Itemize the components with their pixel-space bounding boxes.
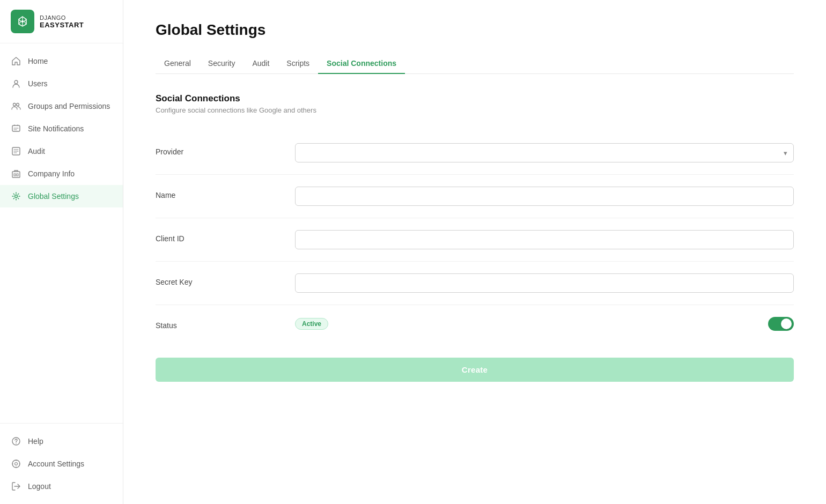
- provider-select-wrap: Google GitHub Facebook ▾: [295, 143, 794, 162]
- section-title: Social Connections: [156, 93, 794, 104]
- sidebar-item-help[interactable]: Help: [0, 430, 123, 453]
- logo-icon: [11, 10, 34, 33]
- sidebar-item-company[interactable]: Company Info: [0, 162, 123, 185]
- status-badge: Active: [295, 318, 328, 330]
- client-id-control: [295, 230, 794, 249]
- global-settings-icon: [11, 191, 21, 202]
- secret-key-input[interactable]: [295, 273, 794, 293]
- sidebar-item-notifications[interactable]: Site Notifications: [0, 117, 123, 140]
- svg-point-10: [15, 463, 18, 465]
- sidebar-item-company-label: Company Info: [28, 169, 75, 178]
- sidebar-item-home-label: Home: [28, 57, 48, 65]
- tab-audit[interactable]: Audit: [244, 54, 278, 74]
- provider-label: Provider: [156, 143, 274, 156]
- sidebar-item-groups-label: Groups and Permissions: [28, 102, 110, 110]
- form-row-client-id: Client ID: [156, 218, 794, 262]
- sidebar-item-help-label: Help: [28, 437, 43, 446]
- sidebar-item-logout-label: Logout: [28, 482, 51, 491]
- tab-social-connections[interactable]: Social Connections: [318, 54, 405, 74]
- client-id-label: Client ID: [156, 230, 274, 243]
- status-label: Status: [156, 317, 274, 330]
- sidebar-item-notifications-label: Site Notifications: [28, 124, 84, 133]
- sidebar-bottom: Help Account Settings Logout: [0, 423, 123, 504]
- sidebar-item-global-settings[interactable]: Global Settings: [0, 185, 123, 207]
- svg-rect-5: [12, 172, 20, 177]
- status-toggle[interactable]: [768, 317, 794, 331]
- secret-key-control: [295, 273, 794, 293]
- main-content: Global Settings General Security Audit S…: [123, 0, 826, 504]
- svg-point-2: [17, 103, 19, 106]
- svg-point-1: [13, 103, 16, 106]
- form-row-provider: Provider Google GitHub Facebook ▾: [156, 131, 794, 175]
- tabs-bar: General Security Audit Scripts Social Co…: [156, 54, 794, 74]
- sidebar-item-users-label: Users: [28, 79, 48, 88]
- page-title: Global Settings: [156, 21, 794, 39]
- notifications-icon: [11, 123, 21, 134]
- help-icon: [11, 436, 21, 447]
- status-control: Active: [295, 317, 794, 331]
- section-header: Social Connections Configure social conn…: [156, 93, 794, 114]
- tab-scripts[interactable]: Scripts: [278, 54, 318, 74]
- logout-icon: [11, 481, 21, 492]
- provider-control: Google GitHub Facebook ▾: [295, 143, 794, 162]
- sidebar-item-home[interactable]: Home: [0, 50, 123, 72]
- sidebar-item-account-settings[interactable]: Account Settings: [0, 453, 123, 475]
- audit-icon: [11, 146, 21, 157]
- tab-security[interactable]: Security: [200, 54, 244, 74]
- sidebar-item-logout[interactable]: Logout: [0, 475, 123, 498]
- sidebar-item-users[interactable]: Users: [0, 72, 123, 95]
- section-subtitle: Configure social connections like Google…: [156, 106, 794, 114]
- client-id-input[interactable]: [295, 230, 794, 249]
- toggle-slider: [768, 317, 794, 331]
- company-icon: [11, 168, 21, 179]
- logo-name-bottom: EASYSTART: [40, 21, 84, 29]
- name-label: Name: [156, 187, 274, 199]
- form-row-name: Name: [156, 175, 794, 218]
- form-row-secret-key: Secret Key: [156, 262, 794, 305]
- users-icon: [11, 78, 21, 89]
- svg-point-6: [15, 195, 18, 198]
- logo: DJANGO EASYSTART: [0, 0, 123, 43]
- sidebar-item-groups[interactable]: Groups and Permissions: [0, 95, 123, 117]
- groups-icon: [11, 101, 21, 112]
- name-input[interactable]: [295, 187, 794, 206]
- logo-text: DJANGO EASYSTART: [40, 14, 84, 29]
- sidebar-item-global-settings-label: Global Settings: [28, 192, 79, 201]
- home-icon: [11, 56, 21, 66]
- name-control: [295, 187, 794, 206]
- form-row-status: Status Active: [156, 305, 794, 343]
- sidebar-item-account-settings-label: Account Settings: [28, 459, 84, 468]
- sidebar: DJANGO EASYSTART Home Users: [0, 0, 123, 504]
- tab-general[interactable]: General: [156, 54, 200, 74]
- account-settings-icon: [11, 458, 21, 469]
- create-button[interactable]: Create: [156, 358, 794, 382]
- secret-key-label: Secret Key: [156, 273, 274, 286]
- svg-point-0: [14, 80, 18, 84]
- provider-select[interactable]: Google GitHub Facebook: [295, 143, 794, 162]
- sidebar-item-audit-label: Audit: [28, 147, 45, 155]
- svg-point-8: [16, 443, 16, 444]
- sidebar-item-audit[interactable]: Audit: [0, 140, 123, 162]
- sidebar-nav: Home Users Groups and Permis: [0, 43, 123, 423]
- logo-name-top: DJANGO: [40, 14, 84, 21]
